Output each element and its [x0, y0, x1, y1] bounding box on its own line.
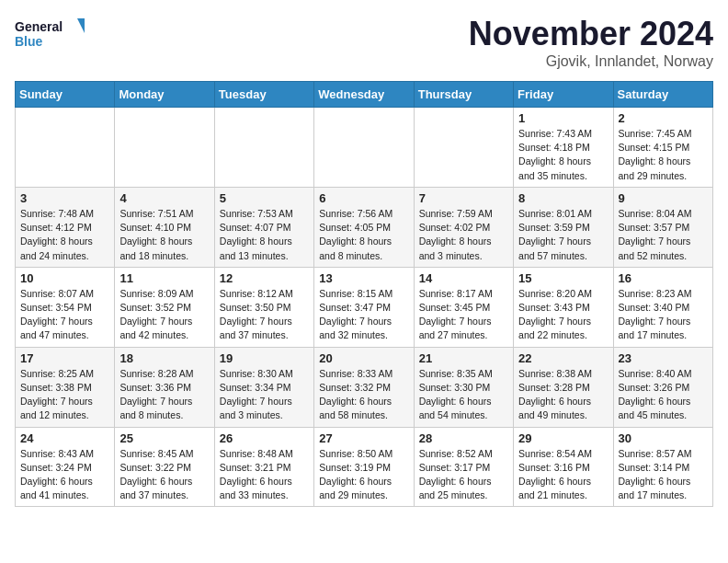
day-info: Sunrise: 8:25 AM Sunset: 3:38 PM Dayligh…	[20, 367, 109, 423]
calendar-week-row: 24Sunrise: 8:43 AM Sunset: 3:24 PM Dayli…	[16, 427, 713, 507]
day-info: Sunrise: 8:20 AM Sunset: 3:43 PM Dayligh…	[518, 287, 608, 343]
table-row: 27Sunrise: 8:50 AM Sunset: 3:19 PM Dayli…	[314, 427, 414, 507]
table-row: 19Sunrise: 8:30 AM Sunset: 3:34 PM Dayli…	[214, 347, 313, 427]
col-wednesday: Wednesday	[314, 82, 414, 108]
table-row: 8Sunrise: 8:01 AM Sunset: 3:59 PM Daylig…	[514, 187, 613, 267]
table-row: 17Sunrise: 8:25 AM Sunset: 3:38 PM Dayli…	[16, 347, 115, 427]
day-info: Sunrise: 8:45 AM Sunset: 3:22 PM Dayligh…	[119, 447, 209, 503]
table-row: 21Sunrise: 8:35 AM Sunset: 3:30 PM Dayli…	[414, 347, 513, 427]
table-row: 12Sunrise: 8:12 AM Sunset: 3:50 PM Dayli…	[214, 267, 313, 347]
calendar-week-row: 17Sunrise: 8:25 AM Sunset: 3:38 PM Dayli…	[16, 347, 713, 427]
day-number: 26	[220, 431, 309, 445]
day-number: 1	[518, 111, 608, 125]
day-number: 27	[319, 431, 408, 445]
table-row	[16, 108, 115, 188]
day-number: 5	[220, 191, 309, 205]
day-number: 16	[619, 271, 708, 285]
table-row: 9Sunrise: 8:04 AM Sunset: 3:57 PM Daylig…	[613, 187, 712, 267]
title-area: November 2024 Gjovik, Innlandet, Norway	[469, 15, 713, 70]
table-row: 11Sunrise: 8:09 AM Sunset: 3:52 PM Dayli…	[115, 267, 214, 347]
day-info: Sunrise: 8:50 AM Sunset: 3:19 PM Dayligh…	[319, 447, 408, 503]
table-row: 30Sunrise: 8:57 AM Sunset: 3:14 PM Dayli…	[613, 427, 712, 507]
logo: General Blue	[15, 15, 88, 55]
day-number: 23	[619, 351, 708, 365]
svg-text:General: General	[15, 19, 63, 34]
table-row: 15Sunrise: 8:20 AM Sunset: 3:43 PM Dayli…	[514, 267, 613, 347]
table-row	[314, 108, 414, 188]
day-info: Sunrise: 8:54 AM Sunset: 3:16 PM Dayligh…	[518, 447, 608, 503]
day-info: Sunrise: 8:07 AM Sunset: 3:54 PM Dayligh…	[20, 287, 109, 343]
day-info: Sunrise: 7:48 AM Sunset: 4:12 PM Dayligh…	[20, 207, 109, 263]
calendar-table: Sunday Monday Tuesday Wednesday Thursday…	[15, 81, 713, 507]
calendar-week-row: 3Sunrise: 7:48 AM Sunset: 4:12 PM Daylig…	[16, 187, 713, 267]
day-number: 4	[119, 191, 209, 205]
day-number: 13	[319, 271, 408, 285]
day-info: Sunrise: 8:12 AM Sunset: 3:50 PM Dayligh…	[220, 287, 309, 343]
day-number: 9	[619, 191, 708, 205]
day-info: Sunrise: 8:38 AM Sunset: 3:28 PM Dayligh…	[518, 367, 608, 423]
col-sunday: Sunday	[16, 82, 115, 108]
day-number: 17	[20, 351, 109, 365]
table-row	[414, 108, 513, 188]
table-row: 23Sunrise: 8:40 AM Sunset: 3:26 PM Dayli…	[613, 347, 712, 427]
svg-text:Blue: Blue	[15, 34, 43, 49]
table-row: 14Sunrise: 8:17 AM Sunset: 3:45 PM Dayli…	[414, 267, 513, 347]
table-row: 26Sunrise: 8:48 AM Sunset: 3:21 PM Dayli…	[214, 427, 313, 507]
day-number: 7	[419, 191, 508, 205]
day-number: 21	[419, 351, 508, 365]
table-row: 7Sunrise: 7:59 AM Sunset: 4:02 PM Daylig…	[414, 187, 513, 267]
table-row: 5Sunrise: 7:53 AM Sunset: 4:07 PM Daylig…	[214, 187, 313, 267]
day-number: 19	[220, 351, 309, 365]
day-info: Sunrise: 8:52 AM Sunset: 3:17 PM Dayligh…	[419, 447, 508, 503]
header: General Blue November 2024 Gjovik, Innla…	[15, 15, 713, 70]
day-info: Sunrise: 8:48 AM Sunset: 3:21 PM Dayligh…	[220, 447, 309, 503]
calendar-body: 1Sunrise: 7:43 AM Sunset: 4:18 PM Daylig…	[16, 108, 713, 507]
table-row: 16Sunrise: 8:23 AM Sunset: 3:40 PM Dayli…	[613, 267, 712, 347]
table-row	[214, 108, 313, 188]
day-number: 6	[319, 191, 408, 205]
day-number: 12	[220, 271, 309, 285]
table-row: 22Sunrise: 8:38 AM Sunset: 3:28 PM Dayli…	[514, 347, 613, 427]
table-row: 28Sunrise: 8:52 AM Sunset: 3:17 PM Dayli…	[414, 427, 513, 507]
day-number: 8	[518, 191, 608, 205]
day-number: 24	[20, 431, 109, 445]
table-row: 1Sunrise: 7:43 AM Sunset: 4:18 PM Daylig…	[514, 108, 613, 188]
day-number: 15	[518, 271, 608, 285]
table-row: 25Sunrise: 8:45 AM Sunset: 3:22 PM Dayli…	[115, 427, 214, 507]
logo-svg: General Blue	[15, 15, 88, 55]
day-info: Sunrise: 7:45 AM Sunset: 4:15 PM Dayligh…	[619, 127, 708, 183]
table-row: 29Sunrise: 8:54 AM Sunset: 3:16 PM Dayli…	[514, 427, 613, 507]
day-number: 2	[619, 111, 708, 125]
day-number: 14	[419, 271, 508, 285]
table-row: 20Sunrise: 8:33 AM Sunset: 3:32 PM Dayli…	[314, 347, 414, 427]
day-number: 29	[518, 431, 608, 445]
table-row: 13Sunrise: 8:15 AM Sunset: 3:47 PM Dayli…	[314, 267, 414, 347]
day-info: Sunrise: 7:59 AM Sunset: 4:02 PM Dayligh…	[419, 207, 508, 263]
day-number: 11	[119, 271, 209, 285]
day-info: Sunrise: 8:40 AM Sunset: 3:26 PM Dayligh…	[619, 367, 708, 423]
day-info: Sunrise: 8:28 AM Sunset: 3:36 PM Dayligh…	[119, 367, 209, 423]
day-info: Sunrise: 8:35 AM Sunset: 3:30 PM Dayligh…	[419, 367, 508, 423]
calendar-title: November 2024	[469, 15, 713, 53]
day-number: 22	[518, 351, 608, 365]
table-row: 4Sunrise: 7:51 AM Sunset: 4:10 PM Daylig…	[115, 187, 214, 267]
table-row: 2Sunrise: 7:45 AM Sunset: 4:15 PM Daylig…	[613, 108, 712, 188]
col-monday: Monday	[115, 82, 214, 108]
day-info: Sunrise: 8:43 AM Sunset: 3:24 PM Dayligh…	[20, 447, 109, 503]
day-info: Sunrise: 8:01 AM Sunset: 3:59 PM Dayligh…	[518, 207, 608, 263]
day-number: 10	[20, 271, 109, 285]
table-row	[115, 108, 214, 188]
table-row: 6Sunrise: 7:56 AM Sunset: 4:05 PM Daylig…	[314, 187, 414, 267]
col-saturday: Saturday	[613, 82, 712, 108]
day-number: 3	[20, 191, 109, 205]
table-row: 24Sunrise: 8:43 AM Sunset: 3:24 PM Dayli…	[16, 427, 115, 507]
table-row: 3Sunrise: 7:48 AM Sunset: 4:12 PM Daylig…	[16, 187, 115, 267]
day-info: Sunrise: 8:33 AM Sunset: 3:32 PM Dayligh…	[319, 367, 408, 423]
day-info: Sunrise: 8:15 AM Sunset: 3:47 PM Dayligh…	[319, 287, 408, 343]
day-number: 28	[419, 431, 508, 445]
day-number: 30	[619, 431, 708, 445]
day-info: Sunrise: 8:09 AM Sunset: 3:52 PM Dayligh…	[119, 287, 209, 343]
svg-marker-2	[77, 18, 85, 33]
col-thursday: Thursday	[414, 82, 513, 108]
day-info: Sunrise: 7:43 AM Sunset: 4:18 PM Dayligh…	[518, 127, 608, 183]
